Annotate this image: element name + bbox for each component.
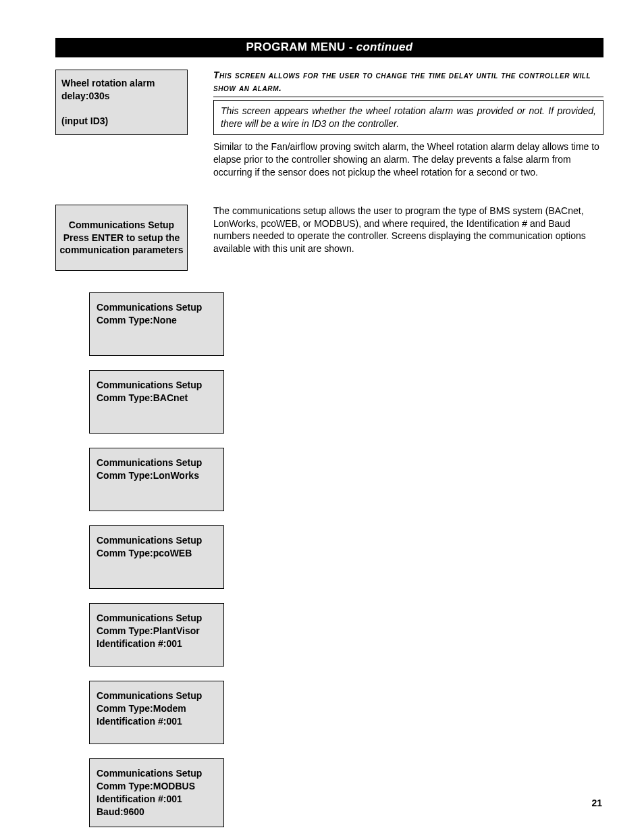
wheel-explanation: This screen allows for the user to chang… [213,70,603,179]
page-number: 21 [591,798,602,808]
screen-comm-pcoweb: Communications Setup Comm Type:pcoWEB [89,525,224,589]
page: PROGRAM MENU - continued Wheel rotation … [0,0,644,834]
row-wheel-rotation: Wheel rotation alarm delay:030s (input I… [55,70,603,179]
l2: Comm Type:BACnet [97,392,217,405]
l3: Identification #:001 [97,715,217,728]
wheel-callout: This screen allows for the user to chang… [213,70,603,97]
title-main: PROGRAM MENU - [246,41,356,53]
wheel-line1: Wheel rotation alarm [61,77,182,90]
l1: Communications Setup [97,379,217,392]
screen-comm-lonworks: Communications Setup Comm Type:LonWorks [89,448,224,511]
screen-comm-bacnet: Communications Setup Comm Type:BACnet [89,370,224,434]
comm-explanation: The communications setup allows the user… [213,205,603,256]
comm-screens-stack: Communications Setup Comm Type:None Comm… [89,292,603,827]
l2: Comm Type:LonWorks [97,469,217,482]
l1: Communications Setup [97,457,217,469]
row-communications: Communications Setup Press ENTER to setu… [55,205,603,271]
l3: Identification #:001 [97,637,217,650]
screen-comm-plantvisor: Communications Setup Comm Type:PlantViso… [89,603,224,667]
l1: Communications Setup [97,301,217,314]
l1: Communications Setup [97,689,217,702]
screen-comm-setup: Communications Setup Press ENTER to setu… [55,205,188,271]
screen-comm-modem: Communications Setup Comm Type:Modem Ide… [89,681,224,744]
screen-comm-modbus: Communications Setup Comm Type:MODBUS Id… [89,758,224,827]
l2: Comm Type:pcoWEB [97,547,217,560]
wheel-body: Similar to the Fan/airflow proving switc… [213,140,603,179]
l2: Comm Type:None [97,314,217,327]
l2: Comm Type:PlantVisor [97,625,217,637]
title-continued: continued [356,41,413,53]
section-title-bar: PROGRAM MENU - continued [55,38,603,57]
l2: Comm Type:Modem [97,702,217,715]
l1: Communications Setup [97,767,217,780]
screen-wheel-rotation: Wheel rotation alarm delay:030s (input I… [55,70,188,135]
l4: Baud:9600 [97,806,217,818]
l1: Communications Setup [97,612,217,625]
comm-line2: Press ENTER to setup the [59,232,184,244]
wheel-line3: (input ID3) [61,115,182,128]
l1: Communications Setup [97,534,217,547]
wheel-note: This screen appears whether the wheel ro… [213,100,603,135]
comm-body: The communications setup allows the user… [213,205,603,256]
comm-line3: communication parameters [59,244,184,257]
l2: Comm Type:MODBUS [97,780,217,793]
l3: Identification #:001 [97,793,217,806]
wheel-line2: delay:030s [61,90,182,103]
screen-comm-none: Communications Setup Comm Type:None [89,292,224,356]
comm-line1: Communications Setup [59,219,184,232]
